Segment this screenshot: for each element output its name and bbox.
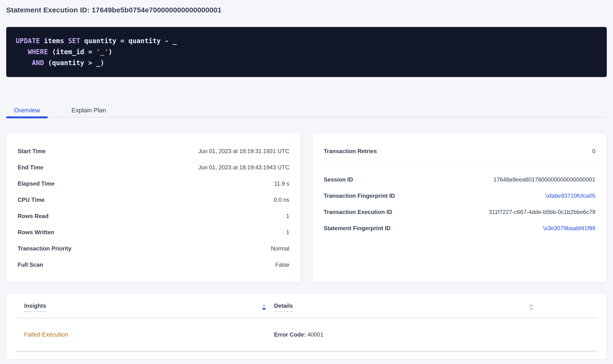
stat-label: Transaction Fingerprint ID [324, 193, 395, 199]
stat-label: Elapsed Time [18, 180, 54, 187]
stat-value: False [275, 261, 289, 268]
insight-table-row: Failed Execution Error Code: 40001 [16, 318, 597, 351]
details-column-label[interactable]: Details [274, 302, 293, 312]
stat-row-statement-fingerprint-id: Statement Fingerprint ID \x3e3079baabf41… [324, 220, 595, 236]
insights-table-card: Insights Details Failed Execution Error … [6, 294, 607, 360]
insight-details-cell: Error Code: 40001 [274, 331, 541, 338]
stat-value: Jun 01, 2023 at 18:19:31:1931 UTC [198, 148, 289, 155]
stat-row-transaction-retries: Transaction Retries 0 [324, 143, 595, 159]
stat-value: 0 [592, 148, 595, 155]
transaction-fingerprint-link[interactable]: \xfabe93710fcfca05 [546, 193, 596, 199]
stat-row-start-time: Start Time Jun 01, 2023 at 18:19:31:1931… [18, 143, 289, 159]
stat-value: 311f7227-c667-4dde-b5bb-0c1b2bbe6c79 [489, 209, 595, 215]
stat-row-cpu-time: CPU Time 0.0 ns [18, 192, 289, 208]
card-divider [324, 165, 595, 165]
stat-label: Rows Read [18, 213, 48, 220]
insights-column-label[interactable]: Insights [24, 302, 46, 312]
sql-statement: UPDATE items SET quantity = quantity - _… [16, 36, 597, 68]
tab-bar: Overview Explain Plan [6, 107, 607, 117]
sort-descending-icon[interactable] [529, 308, 533, 310]
tab-explain-plan[interactable]: Explain Plan [64, 107, 114, 117]
stat-value: Normal [271, 245, 289, 252]
statement-fingerprint-link[interactable]: \x3e3079baabf41f99 [543, 225, 595, 232]
tab-explain-plan-label: Explain Plan [71, 107, 106, 114]
stat-label: Statement Fingerprint ID [324, 225, 390, 232]
stat-label: Transaction Retries [324, 148, 377, 155]
statement-execution-page: Statement Execution ID: 17649be5b0754e70… [0, 0, 613, 364]
stat-value: 11.9 s [274, 180, 289, 187]
insights-sort-control[interactable] [262, 304, 266, 310]
details-sort-control[interactable] [529, 304, 533, 310]
stat-value: 1 [286, 213, 289, 220]
transaction-ids-card: Transaction Retries 0 Session ID 17648a9… [312, 133, 607, 283]
stat-value: 0.0 ns [274, 196, 289, 203]
stat-label: Start Time [18, 148, 46, 155]
sql-statement-box: UPDATE items SET quantity = quantity - _… [6, 27, 607, 77]
execution-stats-card: Start Time Jun 01, 2023 at 18:19:31:1931… [6, 133, 301, 283]
stat-label: Full Scan [18, 261, 43, 268]
stat-row-transaction-execution-id: Transaction Execution ID 311f7227-c667-4… [324, 204, 595, 220]
stat-row-transaction-fingerprint-id: Transaction Fingerprint ID \xfabe93710fc… [324, 188, 595, 204]
stat-label: End Time [18, 164, 43, 171]
sort-descending-icon[interactable] [262, 308, 266, 310]
details-column-header: Details [274, 302, 541, 312]
insights-table-header: Insights Details [16, 294, 597, 318]
stat-label: CPU Time [18, 196, 45, 203]
stat-label: Transaction Priority [18, 245, 71, 252]
error-code-label: Error Code: [274, 331, 306, 338]
stat-row-elapsed-time: Elapsed Time 11.9 s [18, 176, 289, 192]
stat-value: 17648a9eea6017800000000000000001 [493, 176, 595, 183]
stat-row-end-time: End Time Jun 01, 2023 at 18:19:43:1943 U… [18, 159, 289, 176]
stat-row-rows-written: Rows Written 1 [18, 224, 289, 240]
tab-overview[interactable]: Overview [6, 107, 48, 117]
sort-ascending-icon[interactable] [529, 304, 533, 307]
insight-type-cell: Failed Execution [16, 331, 274, 338]
tab-overview-label: Overview [14, 107, 40, 114]
stat-row-rows-read: Rows Read 1 [18, 208, 289, 224]
sort-ascending-icon[interactable] [262, 304, 266, 307]
stat-row-transaction-priority: Transaction Priority Normal [18, 240, 289, 257]
stat-label: Rows Written [18, 229, 54, 236]
stat-row-full-scan: Full Scan False [18, 257, 289, 273]
page-title: Statement Execution ID: 17649be5b0754e70… [6, 0, 607, 14]
stat-label: Session ID [324, 176, 353, 183]
stat-value: Jun 01, 2023 at 18:19:43:1943 UTC [198, 164, 289, 171]
stat-value: 1 [286, 229, 289, 236]
stat-label: Transaction Execution ID [324, 209, 392, 215]
insights-column-header: Insights [16, 302, 274, 312]
summary-cards-row: Start Time Jun 01, 2023 at 18:19:31:1931… [6, 133, 607, 283]
stat-row-session-id: Session ID 17648a9eea6017800000000000000… [324, 171, 595, 188]
error-code-value: 40001 [306, 331, 323, 338]
